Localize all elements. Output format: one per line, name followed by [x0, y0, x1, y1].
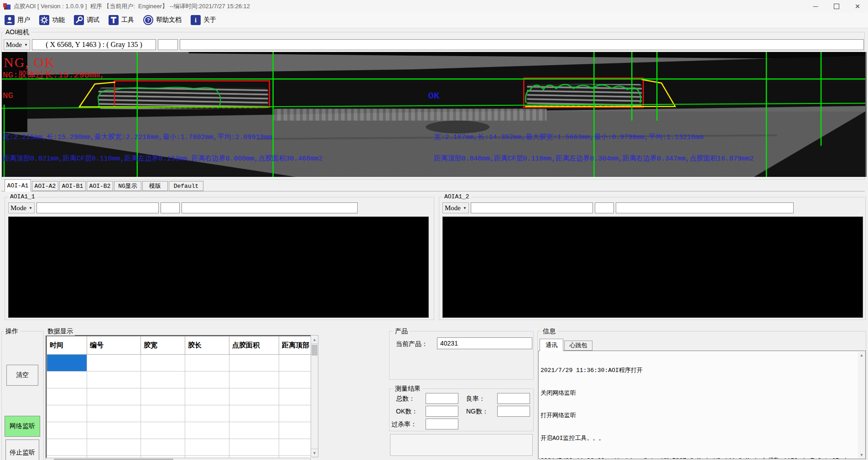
camera-aux-field-2[interactable]: [180, 39, 864, 50]
stop-listen-button[interactable]: 停止监听: [5, 439, 39, 460]
camera-aux-field-1[interactable]: [158, 39, 178, 50]
left-measure-line1: 宽:2.215mm,长:15.290mm,最大胶宽:2.2218mm,最小:1.…: [3, 133, 272, 141]
table-row[interactable]: [47, 422, 312, 439]
ng-count-field[interactable]: [497, 406, 530, 417]
chevron-down-icon: ▼: [29, 206, 32, 210]
minimize-button[interactable]: ─: [805, 0, 826, 12]
tab-aoi-a2[interactable]: AOI-A2: [32, 181, 58, 191]
tab-ng-display[interactable]: NG显示: [114, 181, 141, 191]
close-button[interactable]: ×: [847, 0, 868, 12]
col-glue-area[interactable]: 点胶面积: [229, 336, 279, 355]
ng-count-label: NG数：: [466, 408, 489, 416]
log-line: 2021/7/29 11:36:30——>Working Set: VM:523…: [541, 457, 863, 459]
camera-mode-label: Mode: [6, 41, 22, 49]
aoia1-2-field-2[interactable]: [595, 202, 614, 213]
main-toolbar: 用户 功能 调试 工具: [0, 12, 868, 28]
toolbar-user-label: 用户: [17, 16, 30, 24]
camera-image-view[interactable]: NG, OK NG:胶体过长:15.290mm, NG OK 宽:2.215mm…: [2, 52, 867, 177]
minimize-icon: ─: [813, 2, 818, 10]
aoia1-1-label: AOIA1_1: [8, 193, 37, 200]
about-icon: i: [191, 15, 201, 25]
col-glue-length[interactable]: 胶长: [185, 336, 229, 355]
aoia1-1-field-3[interactable]: [182, 202, 358, 213]
total-field[interactable]: [426, 393, 458, 404]
toolbar-help-button[interactable]: ? 帮助文档: [143, 15, 182, 25]
selected-cell[interactable]: [47, 355, 87, 372]
current-product-field[interactable]: 40231: [437, 337, 532, 349]
help-icon: ?: [143, 15, 153, 25]
toolbar-tools-button[interactable]: 工具: [109, 15, 134, 25]
camera-group-label: AOI相机: [4, 28, 31, 36]
table-vscroll-thumb[interactable]: [312, 345, 317, 356]
clear-button[interactable]: 清空: [6, 365, 38, 386]
table-row[interactable]: [47, 388, 312, 405]
aoia1-2-field-1[interactable]: [471, 202, 593, 213]
aoia1-2-label: AOIA1_2: [442, 193, 471, 200]
network-listen-button[interactable]: 网络监听: [5, 416, 40, 437]
camera-mode-dropdown[interactable]: Mode ▼: [4, 39, 30, 50]
table-row[interactable]: [47, 405, 312, 422]
product-notes-panel: [390, 434, 533, 456]
tab-template[interactable]: 模版: [142, 181, 168, 191]
scroll-up-icon[interactable]: ▲: [311, 336, 318, 344]
aoia1-2-field-3[interactable]: [616, 202, 794, 213]
svg-text:i: i: [195, 17, 197, 24]
aoia1-2-image-view[interactable]: [442, 217, 863, 318]
ok-count-field[interactable]: [426, 406, 458, 417]
left-measure-line2: 距离顶部0.021mm,距离CF层0.110mm,距离左边界0.153mm,距离…: [3, 155, 322, 163]
col-top-distance[interactable]: 距离顶部: [279, 336, 312, 355]
operation-group-label: 操作: [4, 327, 20, 336]
data-display-label: 数据显示: [46, 327, 75, 336]
col-time[interactable]: 时间: [47, 336, 87, 355]
aoia1-1-field-2[interactable]: [161, 202, 180, 213]
hammer-icon: [109, 15, 119, 25]
table-hscrollbar[interactable]: ◀ ▶: [46, 458, 311, 460]
table-row[interactable]: [47, 439, 312, 456]
toolbar-debug-button[interactable]: 调试: [74, 15, 99, 25]
toolbar-debug-label: 调试: [87, 16, 99, 24]
log-line: 2021/7/29 11:36:30:AOI程序打开: [541, 367, 863, 375]
log-line: 打开网络监听: [541, 412, 863, 420]
table-row[interactable]: [47, 355, 312, 372]
aoia1-1-mode-dropdown[interactable]: Mode▼: [8, 202, 35, 213]
scroll-down-icon[interactable]: ▼: [858, 451, 865, 458]
comm-log[interactable]: 2021/7/29 11:36:30:AOI程序打开 关闭网络监听 打开网络监听…: [538, 351, 866, 459]
scroll-left-icon[interactable]: ◀: [46, 458, 53, 460]
aoia1-2-mode-dropdown[interactable]: Mode▼: [442, 202, 469, 213]
toolbar-help-label: 帮助文档: [156, 16, 182, 24]
close-icon: ×: [855, 1, 860, 11]
scroll-up-icon[interactable]: ▲: [858, 351, 865, 358]
maximize-button[interactable]: [826, 0, 847, 12]
yield-field[interactable]: [497, 393, 530, 404]
current-product-label: 当前产品：: [396, 340, 428, 348]
scroll-down-icon[interactable]: ▼: [311, 449, 318, 457]
aoia1-1-image-view[interactable]: [8, 217, 429, 318]
log-vscrollbar[interactable]: ▲ ▼: [858, 351, 865, 458]
col-glue-width[interactable]: 胶宽: [141, 336, 185, 355]
info-group-label: 信息: [541, 327, 557, 336]
tab-heartbeat[interactable]: 心跳包: [564, 341, 593, 351]
toolbar-about-button[interactable]: i 关于: [191, 15, 216, 25]
aoia1-1-field-1[interactable]: [36, 202, 159, 213]
svg-text:?: ?: [147, 17, 150, 23]
tab-default[interactable]: Default: [169, 181, 203, 191]
table-row[interactable]: [47, 372, 312, 388]
table-vscrollbar[interactable]: ▲ ▼: [311, 335, 318, 457]
data-table[interactable]: 时间 编号 胶宽 胶长 点胶面积 距离顶部: [46, 335, 312, 458]
ng-reason-text: NG:胶体过长:15.290mm,: [3, 70, 105, 80]
toolbar-user-button[interactable]: 用户: [5, 15, 30, 25]
tabstrip-baseline: [1, 191, 865, 191]
col-id[interactable]: 编号: [87, 336, 141, 355]
ng-summary-text: NG, OK: [4, 55, 56, 70]
scroll-right-icon[interactable]: ▶: [303, 458, 310, 460]
tab-aoi-b1[interactable]: AOI-B1: [59, 181, 86, 191]
overkill-field[interactable]: [426, 419, 458, 429]
tab-aoi-a1[interactable]: AOI-A1: [5, 179, 31, 191]
app-icon: [3, 3, 10, 10]
maximize-icon: [834, 4, 839, 9]
tab-comm[interactable]: 通讯: [540, 339, 563, 351]
tab-aoi-b2[interactable]: AOI-B2: [87, 181, 113, 191]
chevron-down-icon: ▼: [463, 206, 467, 210]
toolbar-function-button[interactable]: 功能: [39, 15, 65, 25]
chevron-down-icon: ▼: [24, 43, 28, 47]
